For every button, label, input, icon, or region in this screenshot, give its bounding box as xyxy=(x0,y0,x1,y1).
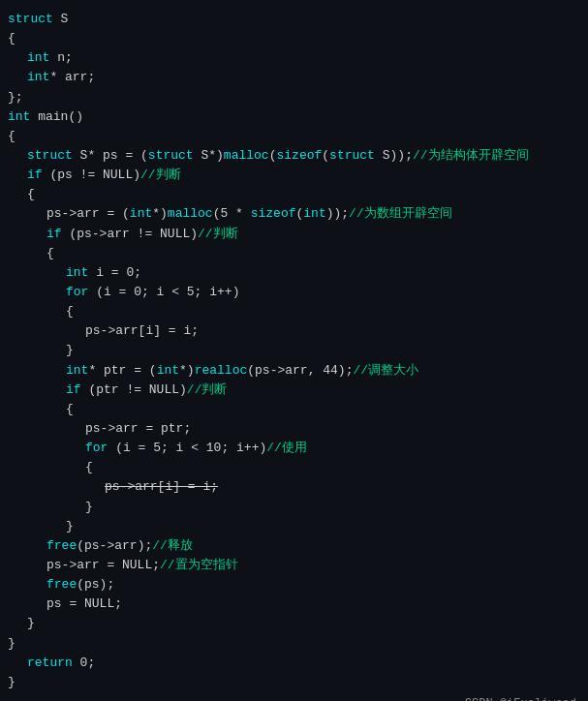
code-line: if (ps != NULL)//判断 xyxy=(0,166,588,185)
code-line: int i = 0; xyxy=(0,263,588,283)
code-line: int main() xyxy=(0,107,588,127)
code-line: if (ps->arr != NULL)//判断 xyxy=(0,225,588,244)
code-line: free(ps->arr);//释放 xyxy=(0,536,588,556)
code-line: struct S* ps = (struct S*)malloc(sizeof(… xyxy=(0,146,588,166)
code-line: } xyxy=(0,498,588,517)
code-line: { xyxy=(0,458,588,477)
code-line: } xyxy=(0,517,588,536)
code-line: for (i = 5; i < 10; i++)//使用 xyxy=(0,439,588,458)
code-line: } xyxy=(0,341,588,360)
code-line: for (i = 0; i < 5; i++) xyxy=(0,283,588,302)
code-line: struct S xyxy=(0,10,588,29)
code-line: { xyxy=(0,244,588,263)
footer-text: CSDN @iEucliwood xyxy=(465,695,576,701)
code-block: struct S{int n;int* arr;};int main(){str… xyxy=(0,0,588,701)
code-line: if (ptr != NULL)//判断 xyxy=(0,381,588,400)
code-line: }; xyxy=(0,88,588,107)
code-line: } xyxy=(0,614,588,633)
code-line: { xyxy=(0,185,588,204)
code-line: ps->arr[i] = i; xyxy=(0,321,588,341)
code-line: { xyxy=(0,400,588,419)
code-line: return 0; xyxy=(0,654,588,673)
code-line: { xyxy=(0,127,588,146)
code-line: int* ptr = (int*)realloc(ps->arr, 44);//… xyxy=(0,361,588,381)
code-line: ps = NULL; xyxy=(0,594,588,614)
code-line: ps->arr[i] = i; xyxy=(0,477,588,497)
code-line: { xyxy=(0,29,588,48)
code-line: } xyxy=(0,634,588,654)
code-line: int n; xyxy=(0,48,588,68)
code-line: ps->arr = NULL;//置为空指针 xyxy=(0,556,588,575)
code-line: { xyxy=(0,302,588,321)
code-line: ps->arr = ptr; xyxy=(0,419,588,439)
code-line: free(ps); xyxy=(0,575,588,594)
code-line: ps->arr = (int*)malloc(5 * sizeof(int));… xyxy=(0,204,588,224)
code-line: } xyxy=(0,673,588,692)
code-line: int* arr; xyxy=(0,68,588,87)
